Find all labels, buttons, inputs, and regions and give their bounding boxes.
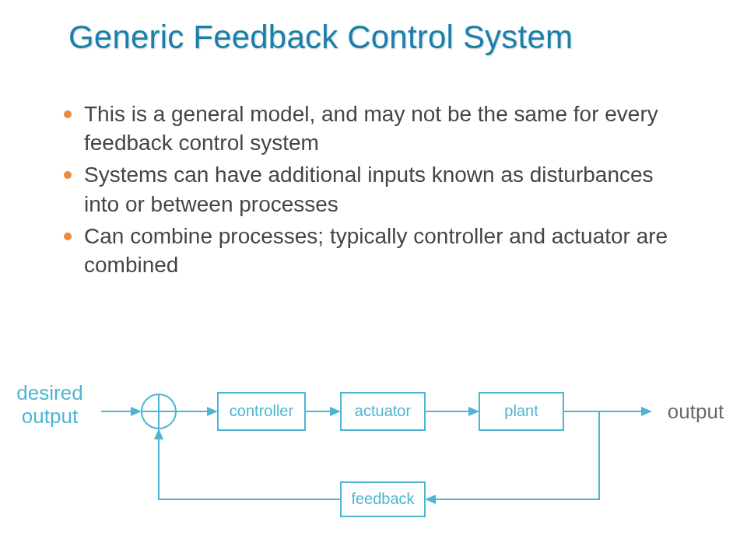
arrow-fb-down: [426, 411, 599, 499]
bullet-item: Can combine processes; typically control…: [61, 222, 691, 279]
feedback-diagram: controlleractuatorplantfeedbackdesiredou…: [0, 350, 747, 544]
arrow-fb-to-sum: [159, 430, 341, 499]
bullet-item: Systems can have additional inputs known…: [61, 160, 691, 218]
block-label-controller: controller: [230, 402, 294, 419]
block-label-feedback: feedback: [351, 490, 415, 507]
slide-title: Generic Feedback Control System: [68, 19, 573, 56]
block-label-actuator: actuator: [355, 402, 412, 419]
slide: Generic Feedback Control System This is …: [0, 0, 747, 560]
label-desired2: output: [22, 404, 79, 428]
bullet-list: This is a general model, and may not be …: [61, 100, 691, 282]
label-desired1: desired: [16, 381, 82, 404]
block-label-plant: plant: [504, 402, 538, 419]
bullet-item: This is a general model, and may not be …: [61, 100, 691, 157]
label-output: output: [668, 400, 724, 423]
